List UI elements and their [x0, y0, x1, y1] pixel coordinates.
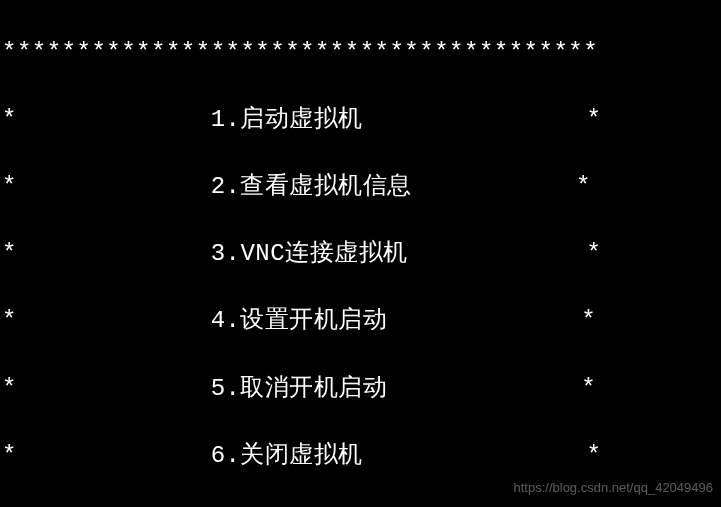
terminal-output: ****************************************…: [2, 2, 721, 507]
menu-item-5: * 5.取消开机启动 *: [2, 372, 721, 406]
menu-border-top: ****************************************: [2, 36, 721, 70]
watermark-text: https://blog.csdn.net/qq_42049496: [514, 479, 714, 497]
menu-item-3: * 3.VNC连接虚拟机 *: [2, 237, 721, 271]
menu-item-4: * 4.设置开机启动 *: [2, 304, 721, 338]
menu-item-2: * 2.查看虚拟机信息 *: [2, 170, 721, 204]
menu-item-6: * 6.关闭虚拟机 *: [2, 439, 721, 473]
menu-item-1: * 1.启动虚拟机 *: [2, 103, 721, 137]
